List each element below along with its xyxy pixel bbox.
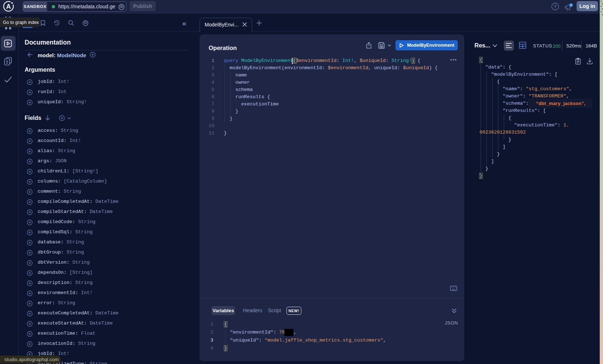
svg-text:?: ? <box>554 4 557 9</box>
svg-text:A: A <box>6 3 11 10</box>
